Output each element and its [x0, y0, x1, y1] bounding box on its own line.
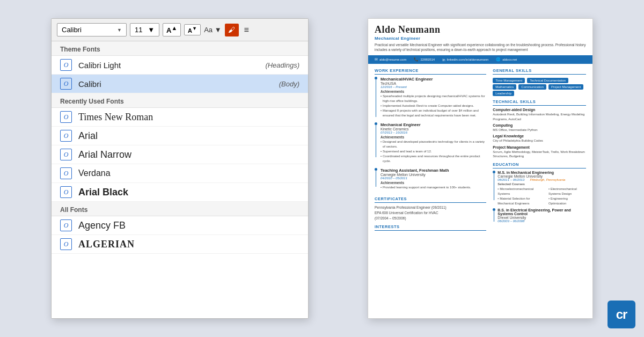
resume-header: Aldo Neumann Mechanical Engineer Practic…: [368, 19, 592, 55]
job-3-connector: [376, 171, 376, 187]
font-label-verdana: Verdana: [78, 169, 111, 178]
font-icon-times: O: [60, 111, 72, 123]
font-label-arial-black: Arial Black: [78, 187, 128, 198]
font-label-agency: Agency FB: [78, 220, 126, 231]
contact-website: 🌐 aldocv.net: [496, 57, 517, 62]
font-list[interactable]: Theme Fonts O Calibri Light (Headings) O…: [52, 41, 308, 318]
font-item-arial-black[interactable]: O Arial Black: [52, 183, 308, 202]
font-icon-calibri: O: [60, 78, 72, 90]
job-3-date: 04/2010 – 05/2011: [380, 177, 471, 180]
technical-skills-title: TECHNICAL SKILLS: [493, 99, 586, 106]
font-item-agency-fb[interactable]: O Agency FB: [52, 216, 308, 235]
tech-skill-cad-detail: Autodesk Revit, Building Information Mod…: [493, 112, 586, 121]
font-picker-toolbar: Calibri ▼ 11 ▼ A▲ A▼ Aa ▼ 🖌 ≡: [52, 19, 308, 41]
skill-badges-container: Time Management Technical Documentation …: [493, 77, 586, 96]
job-3-block: Teaching Assistant, Freshman Math Carneg…: [380, 168, 471, 190]
job-1-bullet-3: Managed 8 projects with an individual bu…: [380, 108, 486, 118]
email-icon: ✉: [375, 57, 378, 62]
font-label-calibri-light: Calibri Light: [78, 61, 121, 70]
tech-skill-pm-detail: Scrum, Agile Methodology, MeisterTask, T…: [493, 150, 586, 159]
skill-badge-leadership: Leadership: [493, 91, 514, 96]
resume-right-column: GENERAL SKILLS Time Management Technical…: [493, 68, 586, 233]
font-icon-arial: O: [60, 130, 72, 142]
job-3-achievements-label: Achievements: [380, 181, 471, 185]
font-shrink-button[interactable]: A▼: [184, 24, 201, 35]
text-highlight-button[interactable]: 🖌: [225, 24, 239, 36]
edu-1-location: Pittsburgh, Pennsylvania: [530, 178, 565, 181]
font-label-calibri: Calibri: [78, 79, 101, 89]
font-dropdown-arrow: ▼: [117, 27, 122, 33]
font-picker-panel: Calibri ▼ 11 ▼ A▲ A▼ Aa ▼ 🖌 ≡ Theme Font…: [51, 18, 309, 319]
job-3-header: Teaching Assistant, Freshman Math Carneg…: [375, 168, 486, 193]
contact-email: ✉ aldo@resume.com: [375, 57, 406, 62]
font-item-arial[interactable]: O Arial: [52, 127, 308, 145]
job-1-company: TechUSA: [380, 82, 486, 85]
job-1-header: Mechanical/HVAC Engineer TechUSA 12/2016…: [375, 77, 486, 121]
font-grow-button[interactable]: A▲: [163, 23, 181, 36]
job-1-connector: [376, 79, 376, 117]
all-fonts-header: All Fonts: [52, 202, 308, 216]
tech-skill-legal-name: Legal Knowledge: [493, 134, 586, 138]
job-1-name: Mechanical/HVAC Engineer: [380, 77, 486, 82]
skill-badge-time-mgmt: Time Management: [493, 78, 525, 83]
edu-1-courses-label: Selected Courses: [497, 182, 586, 186]
linkedin-icon: in: [442, 58, 445, 62]
job-2-block: Mechanical Engineer Kinetic Ceramics 07/…: [380, 122, 486, 164]
cr-logo: cr: [608, 301, 635, 328]
size-dropdown-arrow: ▼: [148, 26, 155, 34]
font-item-times-new-roman[interactable]: O Times New Roman: [52, 108, 308, 127]
resume-contact-bar: ✉ aldo@resume.com 📞 22883514 in linkedin…: [368, 55, 592, 64]
edu-1-block: M.S. in Mechanical Engineering Carnegie …: [497, 171, 586, 206]
job-2-date: 07/2013 – 10/2016: [380, 131, 486, 134]
job-2-bullet-2: Supervised and lead a team of 12.: [380, 149, 486, 153]
contact-linkedin: in linkedin.com/in/aldoneumann: [442, 58, 488, 62]
job-1-block: Mechanical/HVAC Engineer TechUSA 12/2016…: [380, 77, 486, 118]
font-item-arial-narrow[interactable]: O Arial Narrow: [52, 145, 308, 164]
font-name-value: Calibri: [62, 26, 82, 34]
font-item-algerian[interactable]: O ALGERIAN: [52, 235, 308, 254]
skill-badge-math: Mathematics: [493, 84, 516, 90]
edu-1-wrapper: M.S. in Mechanical Engineering Carnegie …: [493, 171, 586, 206]
font-item-calibri-light[interactable]: O Calibri Light (Headings): [52, 56, 308, 75]
font-size-dropdown[interactable]: 11 ▼: [130, 23, 159, 36]
work-experience-title: WORK EXPERIENCE: [375, 68, 486, 75]
job-2-bullet-3: Coordinated employees and resources thro…: [380, 154, 486, 163]
skill-badge-comm: Communication: [518, 84, 546, 90]
job-2-achievements-label: Achievements: [380, 135, 486, 139]
resume-panel: Aldo Neumann Mechanical Engineer Practic…: [368, 18, 593, 319]
theme-fonts-header: Theme Fonts: [52, 41, 308, 56]
tech-skill-cad-name: Computer-aided Design: [493, 108, 586, 112]
cr-logo-text: cr: [616, 307, 627, 322]
phone-icon: 📞: [414, 57, 419, 62]
certificates-title: CERTIFICATES: [375, 196, 486, 203]
education-title: EDUCATION: [493, 162, 586, 169]
font-name-dropdown[interactable]: Calibri ▼: [57, 23, 127, 36]
font-size-value: 11: [135, 26, 142, 34]
font-label-arial: Arial: [78, 130, 98, 142]
job-1-achievements-label: Achievements: [380, 90, 486, 93]
job-1-bullet-1: Spearheaded multiple projects designing …: [380, 94, 486, 103]
contact-phone: 📞 22883514: [414, 57, 435, 62]
interests-title: INTERESTS: [375, 224, 486, 231]
job-2-company: Kinetic Ceramics: [380, 127, 486, 131]
edu-1-school: Carnegie Mellon University: [497, 174, 586, 178]
font-sub-calibri-light: (Headings): [265, 61, 299, 69]
job-2-name: Mechanical Engineer: [380, 122, 486, 127]
edu-2-block: B.S. in Electrical Engineering, Power an…: [497, 208, 586, 223]
change-case-button[interactable]: Aa ▼: [204, 26, 221, 34]
job-1-date: 12/2016 – Present: [380, 85, 486, 89]
list-format-button[interactable]: ≡: [242, 24, 251, 36]
job-1-bullet-2: Implemented Autodesk Revit to create Com…: [380, 104, 486, 108]
resume-left-column: WORK EXPERIENCE Mechanical/HVAC Engineer…: [375, 68, 486, 233]
website-icon: 🌐: [496, 57, 501, 62]
font-label-arial-narrow: Arial Narrow: [78, 149, 131, 160]
font-icon-arial-black: O: [60, 186, 72, 198]
font-picker-body: Theme Fonts O Calibri Light (Headings) O…: [52, 41, 308, 318]
recently-used-header: Recently Used Fonts: [52, 93, 308, 108]
edu-2-date: 08/2003 – 06/2008: [497, 219, 586, 223]
font-item-verdana[interactable]: O Verdana: [52, 164, 308, 183]
edu-1-courses-left: • Microelectromechanical Systems • Mater…: [497, 187, 544, 206]
resume-summary: Practical and versatile Mechanical Engin…: [375, 42, 586, 52]
font-item-calibri[interactable]: O Calibri (Body): [52, 75, 308, 93]
font-label-times: Times New Roman: [78, 112, 153, 123]
